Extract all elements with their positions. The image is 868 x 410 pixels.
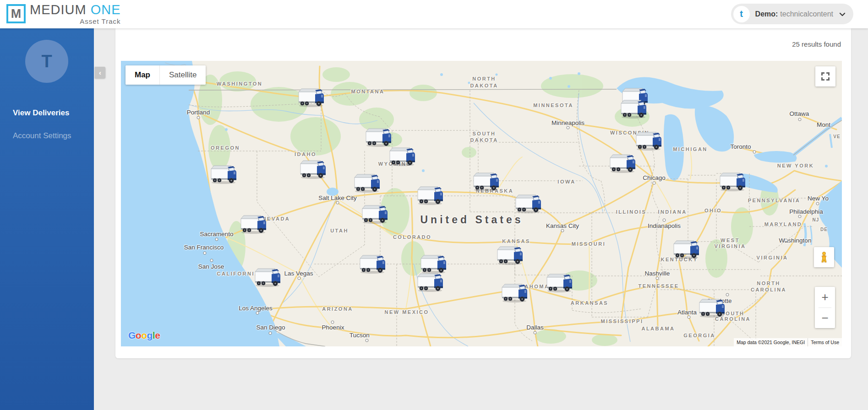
truck-icon [298,158,327,179]
truck-icon [208,163,238,184]
truck-icon [387,146,416,167]
fullscreen-icon [821,72,830,81]
truck-marker[interactable] [697,297,726,318]
truck-marker[interactable] [352,172,381,193]
truck-marker[interactable] [360,203,389,224]
map-type-map-button[interactable]: Map [126,65,160,85]
google-logo-letter: o [136,330,141,340]
truck-marker[interactable] [607,152,637,173]
logo: M MEDIUM ONE Asset Track [6,3,121,25]
truck-icon [363,126,393,147]
truck-marker[interactable] [296,86,325,108]
google-logo-letter: g [147,330,153,340]
map-attribution: Map data ©2021 Google, INEGI Terms of Us… [734,338,842,346]
truck-marker[interactable] [495,244,524,265]
truck-marker[interactable] [357,253,387,274]
truck-icon [252,266,282,287]
truck-marker[interactable] [513,193,542,214]
results-count: 25 results found [792,40,841,48]
truck-icon [495,244,524,265]
sidebar: T View DeliveriesAccount Settings [0,28,94,410]
truck-icon [471,171,500,192]
truck-marker[interactable] [618,98,648,119]
logo-mark-icon: M [6,4,26,23]
zoom-in-button[interactable]: + [815,287,835,308]
truck-icon [238,213,267,234]
chevron-down-icon [838,10,847,19]
map-background [121,61,842,346]
google-logo-letter: o [141,330,147,340]
account-label-value: technicalcontent [780,10,833,18]
truck-icon [415,184,444,205]
truck-marker[interactable] [387,146,416,167]
pegman-control[interactable] [814,247,834,267]
truck-icon [415,271,444,292]
truck-marker[interactable] [544,272,573,293]
account-label-demo: Demo: [755,10,778,18]
app-root: M MEDIUM ONE Asset Track t Demo:technica… [0,0,868,410]
sidebar-nav: View DeliveriesAccount Settings [0,102,94,147]
truck-icon [352,172,381,193]
logo-text: MEDIUM ONE Asset Track [30,3,121,25]
truck-icon [544,272,573,293]
truck-marker[interactable] [208,163,238,184]
google-logo-letter: G [128,330,136,340]
account-menu[interactable]: t Demo:technicalcontent [731,4,853,24]
truck-icon [697,297,726,318]
truck-marker[interactable] [499,282,529,303]
sidebar-item-view-deliveries[interactable]: View Deliveries [0,102,94,124]
truck-icon [607,152,637,173]
truck-icon [296,86,325,108]
truck-icon [360,203,389,224]
truck-marker[interactable] [298,158,327,179]
user-avatar: T [25,40,68,83]
logo-title: MEDIUM ONE [30,2,121,17]
truck-icon [357,253,387,274]
map-type-control: Map Satellite [126,65,206,85]
truck-marker[interactable] [238,213,267,234]
truck-marker[interactable] [363,126,393,147]
truck-icon [513,193,542,214]
map-type-satellite-button[interactable]: Satellite [160,65,206,85]
truck-marker[interactable] [671,238,700,259]
truck-marker[interactable] [415,184,444,205]
google-logo: Google [128,330,160,341]
terms-of-use-link[interactable]: Terms of Use [808,338,842,346]
truck-marker[interactable] [252,266,282,287]
pegman-icon [818,251,830,263]
header: M MEDIUM ONE Asset Track t Demo:technica… [0,0,868,28]
account-avatar: t [733,6,750,22]
sidebar-collapse-button[interactable]: ‹ [95,67,105,78]
truck-marker[interactable] [717,171,747,192]
google-logo-letter: e [155,330,160,340]
truck-marker[interactable] [633,130,663,151]
zoom-out-button[interactable]: − [815,308,835,329]
truck-icon [499,282,529,303]
truck-marker[interactable] [471,171,500,192]
logo-title-medium: MEDIUM [30,2,87,17]
sidebar-item-account-settings[interactable]: Account Settings [0,124,94,147]
content-card: 25 results found [115,28,851,358]
map-data-attribution: Map data ©2021 Google, INEGI [734,338,808,346]
truck-icon [671,238,700,259]
truck-icon [633,130,663,151]
truck-icon [618,98,648,119]
logo-subtitle: Asset Track [30,18,121,25]
truck-marker[interactable] [415,271,444,292]
logo-title-one: ONE [91,2,121,17]
zoom-control: + − [815,287,835,328]
fullscreen-button[interactable] [815,66,835,86]
map-canvas[interactable]: WASHINGTONMONTANANORTHDAKOTAMINNESOTASOU… [121,61,842,346]
truck-icon [717,171,747,192]
account-label: Demo:technicalcontent [755,10,833,18]
